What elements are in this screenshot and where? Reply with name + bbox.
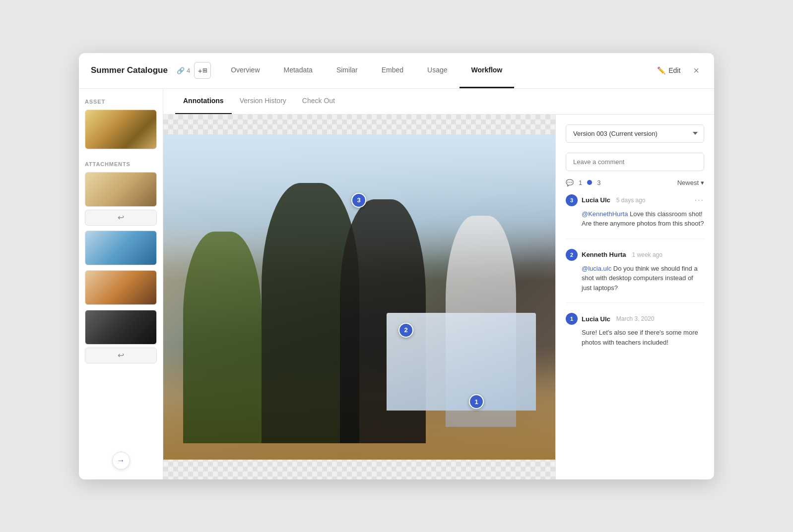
header-right: ✏️ Edit ×: [651, 62, 702, 79]
asset-thumbnail[interactable]: [85, 110, 157, 149]
header-meta: 🔗 4 + ⊞: [177, 62, 211, 79]
tab-overview[interactable]: Overview: [219, 53, 271, 89]
mention-3: @KennethHurta: [582, 210, 628, 218]
tab-embed[interactable]: Embed: [370, 53, 415, 89]
comment-text-2: @lucia.ulc Do you think we should find a…: [566, 264, 704, 293]
main-window: Summer Catalogue 🔗 4 + ⊞ Overview Metada…: [79, 53, 714, 479]
attachment-thumb-3[interactable]: [85, 270, 157, 305]
comment-icon: 💬: [566, 179, 574, 186]
asset-title: Summer Catalogue: [91, 65, 168, 75]
attachments-section: ATTACHMENTS ↩ ↩: [85, 161, 157, 368]
annotation-marker-2[interactable]: 2: [398, 323, 413, 338]
comment-more-3[interactable]: ···: [695, 196, 704, 205]
sidebar-next-button[interactable]: →: [112, 452, 130, 470]
comment-time-1: March 3, 2020: [616, 315, 655, 322]
attachments-label: ATTACHMENTS: [85, 161, 157, 167]
comment-avatar-2: 2: [566, 249, 578, 261]
attachment-4: ↩: [85, 310, 157, 363]
comment-author-2: Kenneth Hurta: [582, 251, 626, 258]
annotation-marker-3[interactable]: 3: [351, 193, 366, 208]
comment-author-1: Lucia Ulc: [582, 315, 610, 323]
comment-author-3: Lucia Ulc: [582, 196, 610, 204]
edit-label: Edit: [668, 66, 680, 74]
add-asset-icon: ⊞: [202, 67, 207, 74]
add-icon: +: [198, 66, 202, 75]
mention-2: @lucia.ulc: [582, 265, 611, 272]
attachment-icon-1[interactable]: ↩: [85, 210, 157, 226]
comment-item-3: 3 Lucia Ulc 5 days ago ··· @KennethHurta…: [566, 194, 704, 239]
comment-time-3: 5 days ago: [616, 197, 646, 204]
chevron-down-icon: ▾: [701, 179, 704, 186]
content-area: Annotations Version History Check Out: [163, 89, 714, 479]
add-button[interactable]: + ⊞: [194, 62, 211, 79]
comment-avatar-3: 3: [566, 194, 578, 206]
annotation-badge: [587, 180, 592, 185]
attachment-1: ↩: [85, 172, 157, 226]
attachment-icon-4[interactable]: ↩: [85, 348, 157, 363]
comment-count: 1: [579, 179, 582, 186]
attachment-thumb-4[interactable]: [85, 310, 157, 345]
tab-metadata[interactable]: Metadata: [272, 53, 325, 89]
comment-header-2: 2 Kenneth Hurta 1 week ago: [566, 249, 704, 261]
nav-tabs: Overview Metadata Similar Embed Usage Wo…: [219, 53, 651, 89]
pin-number: 4: [187, 67, 190, 74]
tab-usage[interactable]: Usage: [415, 53, 459, 89]
pin-count: 🔗 4: [177, 67, 190, 74]
tab-annotations[interactable]: Annotations: [175, 89, 232, 115]
comment-text-1: Sure! Let's also see if there's some mor…: [566, 328, 704, 347]
asset-thumb-image: [85, 110, 156, 149]
attachment-2: [85, 231, 157, 265]
comment-item-2: 2 Kenneth Hurta 1 week ago @lucia.ulc Do…: [566, 249, 704, 303]
comment-header-3: 3 Lucia Ulc 5 days ago ···: [566, 194, 704, 206]
tab-version-history[interactable]: Version History: [232, 89, 294, 115]
comment-text-3: @KennethHurta Love this classroom shot! …: [566, 209, 704, 229]
image-area: 3 2 1 Version 003 (Current version): [163, 115, 714, 479]
comment-meta-row: 💬 1 3 Newest ▾: [566, 179, 704, 186]
comment-counts: 💬 1 3: [566, 179, 600, 186]
asset-label: ASSET: [85, 99, 157, 105]
comment-avatar-1: 1: [566, 313, 578, 325]
attachment-3: [85, 270, 157, 305]
person-left: [183, 232, 262, 443]
main-content: ASSET ATTACHMENTS ↩ ↩: [79, 89, 714, 479]
edit-button[interactable]: ✏️ Edit: [651, 63, 686, 77]
pin-icon: 🔗: [177, 67, 185, 74]
photo-simulation: [163, 134, 555, 460]
content-tabs: Annotations Version History Check Out: [163, 89, 714, 115]
image-panel: 3 2 1: [163, 115, 555, 479]
close-button[interactable]: ×: [690, 62, 702, 79]
version-select[interactable]: Version 003 (Current version): [566, 124, 704, 143]
comment-input[interactable]: [566, 153, 704, 171]
annotation-count: 3: [597, 179, 600, 186]
attachment-thumb-2[interactable]: [85, 231, 157, 265]
main-asset-image[interactable]: 3 2 1: [163, 134, 555, 460]
sort-select[interactable]: Newest ▾: [677, 179, 704, 186]
sidebar: ASSET ATTACHMENTS ↩ ↩: [79, 89, 163, 479]
header: Summer Catalogue 🔗 4 + ⊞ Overview Metada…: [79, 53, 714, 89]
tab-similar[interactable]: Similar: [325, 53, 370, 89]
asset-section: ASSET: [85, 99, 157, 149]
comment-time-2: 1 week ago: [632, 251, 662, 258]
tab-workflow[interactable]: Workflow: [460, 53, 515, 89]
comment-header-1: 1 Lucia Ulc March 3, 2020: [566, 313, 704, 325]
edit-icon: ✏️: [657, 66, 665, 74]
tab-check-out[interactable]: Check Out: [294, 89, 343, 115]
right-panel: Version 003 (Current version) 💬 1 3 Newe…: [555, 115, 714, 479]
comment-item-1: 1 Lucia Ulc March 3, 2020 Sure! Let's al…: [566, 313, 704, 357]
attachment-thumb-1[interactable]: [85, 172, 157, 207]
sort-label: Newest: [677, 179, 699, 186]
